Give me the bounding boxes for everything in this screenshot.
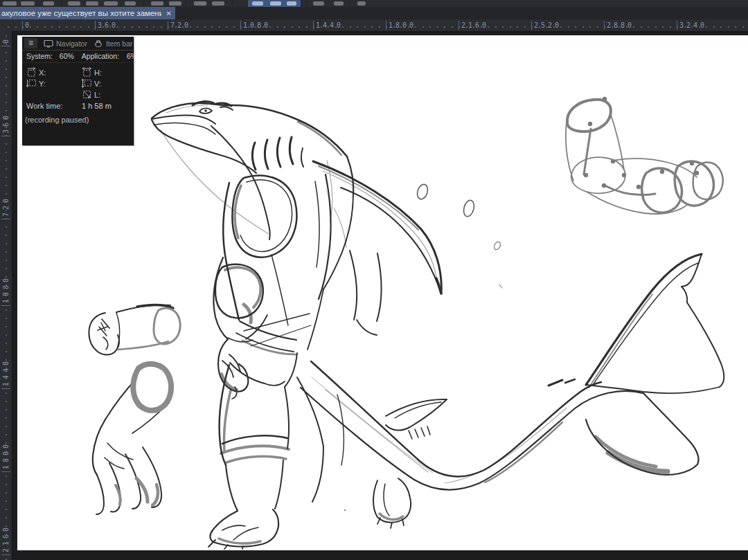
toolbar-icon[interactable]: [86, 1, 98, 6]
ruler-tick: [568, 26, 569, 28]
ruler-tick: [6, 409, 7, 410]
ruler-major-tick: [1, 219, 10, 219]
ruler-label: 0: [25, 21, 32, 29]
ruler-tick: [6, 309, 7, 311]
panel-tab-item-bar[interactable]: Item bar: [93, 39, 133, 48]
coord-field-v: V:: [82, 78, 101, 89]
ruler-tick: [6, 193, 7, 195]
ruler-label: 1440: [2, 359, 10, 386]
arm-studies: [89, 305, 181, 514]
ruler-tick: [655, 26, 657, 28]
toolbar-separator: [306, 0, 307, 7]
toolbar-icon[interactable]: [169, 1, 181, 6]
info-panel-header: ≡ Navigator Item bar: [22, 37, 134, 51]
ruler-tick: [422, 26, 424, 28]
ruler-tick: [670, 26, 671, 28]
ruler-tick: [226, 26, 227, 28]
ruler-tick: [6, 251, 7, 253]
ruler-tick: [720, 26, 722, 28]
document-tab[interactable]: акуловое уже существует вы хотите замени…: [0, 7, 175, 19]
toolbar-separator: [61, 0, 62, 7]
ruler-tick: [6, 160, 7, 161]
ruler-tick: [502, 26, 504, 28]
width-icon: [82, 67, 92, 78]
y-coordinate-icon: [26, 78, 37, 89]
ruler-tick: [197, 26, 198, 28]
ruler-major-tick: [1, 136, 10, 136]
tab-close-icon[interactable]: ✕: [166, 10, 172, 17]
ruler-tick: [6, 318, 7, 319]
ruler-tick: [6, 343, 7, 344]
tube-arm-joint-dots: [584, 97, 699, 189]
ruler-tick: [6, 102, 7, 103]
app-window: акуловое уже существует вы хотите замени…: [0, 0, 748, 560]
ruler-major-tick: [531, 21, 532, 30]
toolbar-icon[interactable]: [68, 1, 80, 6]
ruler-tick: [582, 26, 584, 28]
toolbar-icon[interactable]: [287, 1, 296, 6]
toolbar-icon[interactable]: [313, 1, 324, 6]
tube-arm-study: [566, 97, 723, 214]
ruler-label: 1800: [389, 21, 416, 29]
coord-field-label: Y:: [39, 80, 46, 88]
toolbar-icon[interactable]: [21, 1, 35, 6]
panel-menu-button[interactable]: ≡: [24, 38, 37, 48]
ruler-tick: [6, 417, 7, 419]
ruler-major-tick: [1, 388, 10, 389]
ruler-tick: [6, 260, 7, 261]
ruler-tick: [662, 26, 664, 28]
ruler-tick: [8, 26, 9, 28]
ruler-label: 1080: [2, 276, 10, 303]
work-time-value: 1 h 58 m: [82, 102, 112, 110]
ruler-tick: [6, 392, 7, 394]
ruler-tick: [641, 26, 642, 28]
toolbar-icon[interactable]: [357, 1, 366, 6]
ruler-tick: [437, 26, 438, 28]
ruler-tick: [233, 26, 235, 28]
ruler-label: 1800: [2, 442, 10, 469]
toolbar-icon[interactable]: [3, 1, 17, 6]
ruler-tick: [6, 185, 7, 186]
ruler-tick: [204, 26, 206, 28]
ruler-major-tick: [240, 21, 241, 30]
ruler-tick: [146, 26, 148, 28]
ruler-tick: [161, 26, 162, 28]
ruler-tick: [713, 26, 715, 28]
memory-usage-row: System: 60% Application: 6%: [22, 51, 134, 63]
toolbar-separator: [349, 0, 350, 7]
toolbar-icon[interactable]: [125, 1, 136, 6]
ruler-tick: [6, 60, 7, 62]
ruler-tick: [306, 26, 308, 28]
toolbar-icon[interactable]: [212, 1, 224, 6]
ruler-tick: [88, 26, 89, 28]
panel-tab-navigator[interactable]: Navigator: [44, 39, 87, 48]
ruler-tick: [589, 26, 591, 28]
vertical-ruler: 03607201080144018002160: [0, 31, 12, 560]
system-usage-label: System:: [26, 51, 53, 62]
toolbar-icon[interactable]: [151, 1, 163, 6]
ruler-tick: [6, 351, 7, 352]
ruler-label: 3240: [679, 21, 707, 29]
ruler-major-tick: [458, 21, 459, 30]
ruler-tick: [6, 177, 7, 178]
ruler-tick: [51, 26, 53, 28]
toolbar-icon[interactable]: [270, 1, 281, 6]
toolbar-icon[interactable]: [334, 1, 344, 6]
ruler-major-tick: [1, 471, 10, 472]
ruler-tick: [6, 426, 7, 427]
toolbar-icon[interactable]: [194, 1, 206, 6]
ruler-tick: [6, 44, 7, 45]
ruler-tick: [15, 26, 17, 28]
system-usage-value: 60%: [60, 51, 74, 62]
ruler-label: 360: [2, 113, 10, 134]
toolbar-icon[interactable]: [252, 1, 263, 6]
toolbar-icon[interactable]: [43, 1, 54, 6]
toolbar-icon[interactable]: [104, 1, 118, 6]
panel-tab-label: Item bar: [106, 39, 133, 48]
ruler-major-tick: [1, 305, 10, 306]
ruler-tick: [6, 152, 7, 153]
ruler-tick: [350, 26, 351, 28]
ruler-tick: [211, 26, 213, 28]
ruler-tick: [6, 235, 7, 236]
ruler-tick: [6, 434, 7, 435]
